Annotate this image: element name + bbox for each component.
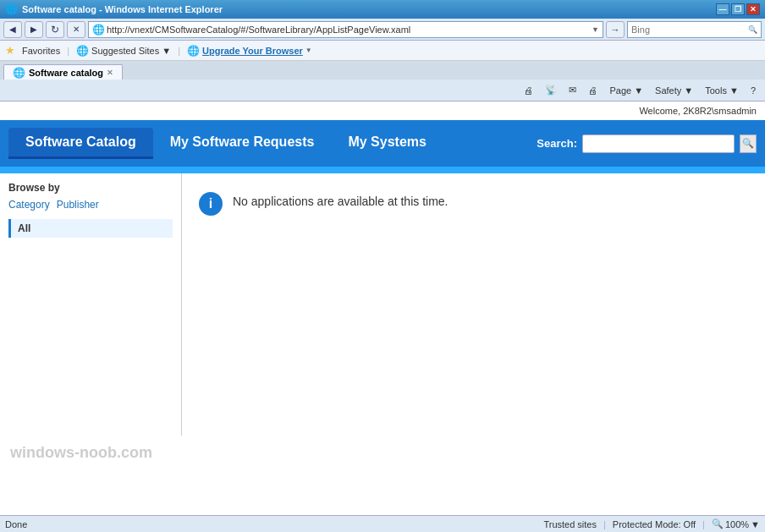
rss-button[interactable]: 📡 [541, 82, 561, 99]
sidebar-all-label: All [18, 222, 30, 234]
restore-button[interactable]: ❐ [731, 3, 745, 15]
upgrade-dropdown-arrow[interactable]: ▼ [305, 47, 312, 54]
tab-my-systems-label: My Systems [348, 134, 427, 149]
blue-divider [0, 167, 765, 173]
protected-mode-text: Protected Mode: Off [613, 519, 696, 529]
address-bar: ◀ ▶ ↻ ✕ 🌐 ▼ → 🔍 [0, 19, 765, 41]
title-bar: 🌐 Software catalog - Windows Internet Ex… [0, 0, 765, 19]
status-right: Trusted sites | Protected Mode: Off | 🔍 … [543, 518, 760, 529]
address-dropdown-arrow[interactable]: ▼ [592, 25, 599, 34]
page-icon: 🌐 [92, 24, 104, 36]
status-sep2: | [702, 519, 705, 529]
print-button[interactable]: 🖨 [520, 82, 537, 99]
trusted-sites-text: Trusted sites [543, 519, 597, 529]
stop-button[interactable]: ✕ [67, 21, 85, 38]
publisher-link[interactable]: Publisher [57, 199, 99, 211]
info-icon: i [199, 192, 223, 216]
watermark-text: windows-noob.com [10, 444, 152, 461]
tab-software-catalog[interactable]: Software Catalog [8, 128, 153, 159]
browser-tab[interactable]: 🌐 Software catalog ✕ [3, 64, 123, 80]
tab-bar: 🌐 Software catalog ✕ [0, 61, 765, 80]
sidebar-all-item[interactable]: All [8, 219, 173, 238]
favorites-star-icon: ★ [5, 44, 15, 57]
suggested-sites-item[interactable]: 🌐 Suggested Sites ▼ [76, 45, 171, 57]
page-button[interactable]: Page ▼ [605, 82, 647, 99]
ie-toolbar: 🖨 📡 ✉ 🖨 Page ▼ Safety ▼ Tools ▼ ? [0, 80, 765, 101]
tab-my-software-requests[interactable]: My Software Requests [153, 128, 332, 159]
title-bar-text: Software catalog - Windows Internet Expl… [22, 4, 223, 14]
minimize-button[interactable]: — [716, 3, 729, 15]
status-done: Done [5, 519, 27, 529]
browser-search-wrap: 🔍 [627, 21, 762, 38]
separator: | [67, 46, 69, 56]
search-input[interactable] [582, 134, 735, 153]
status-bar: Done Trusted sites | Protected Mode: Off… [0, 515, 765, 532]
refresh-button[interactable]: ↻ [46, 21, 64, 38]
watermark: windows-noob.com [0, 436, 765, 470]
read-mail-button[interactable]: ✉ [564, 82, 581, 99]
title-bar-controls: — ❐ ✕ [716, 3, 760, 15]
favorites-bar: ★ Favorites | 🌐 Suggested Sites ▼ | 🌐 Up… [0, 41, 765, 61]
category-link[interactable]: Category [8, 199, 50, 211]
separator2: | [178, 46, 180, 56]
status-sep1: | [603, 519, 606, 529]
sidebar: Browse by Category Publisher All [0, 173, 182, 436]
back-button[interactable]: ◀ [3, 21, 22, 38]
tab-close-icon[interactable]: ✕ [107, 69, 113, 77]
browser-search-go[interactable]: 🔍 [748, 25, 757, 34]
main-content: Browse by Category Publisher All i No ap… [0, 173, 765, 436]
print2-button[interactable]: 🖨 [584, 82, 602, 99]
tab-label: Software catalog [29, 68, 103, 78]
browse-links: Category Publisher [8, 199, 173, 211]
safety-button[interactable]: Safety ▼ [651, 82, 697, 99]
info-icon-text: i [209, 196, 212, 211]
tools-button[interactable]: Tools ▼ [701, 82, 743, 99]
content-area: i No applications are available at this … [182, 173, 765, 436]
welcome-text: Welcome, 2K8R2\smsadmin [639, 106, 757, 116]
address-input[interactable] [107, 25, 592, 35]
zoom-level: 100% [725, 519, 749, 529]
search-section: Search: 🔍 [537, 134, 757, 153]
upgrade-icon: 🌐 [187, 45, 200, 57]
zoom-dropdown-arrow[interactable]: ▼ [751, 519, 760, 529]
search-label: Search: [537, 137, 577, 150]
tab-ie-icon: 🌐 [13, 67, 25, 79]
favorites-item[interactable]: Favorites [22, 46, 60, 56]
tab-my-systems[interactable]: My Systems [331, 128, 443, 159]
tab-my-software-requests-label: My Software Requests [170, 134, 315, 149]
suggested-sites-label: Suggested Sites ▼ [91, 46, 171, 56]
welcome-bar: Welcome, 2K8R2\smsadmin [0, 101, 765, 120]
search-nav-button[interactable]: 🔍 [740, 134, 757, 153]
help-button[interactable]: ? [746, 82, 760, 99]
browse-by-label: Browse by [8, 182, 173, 194]
zoom-section[interactable]: 🔍 100% ▼ [712, 518, 760, 529]
zoom-icon: 🔍 [712, 518, 724, 529]
address-input-wrap: 🌐 ▼ [88, 21, 603, 38]
no-apps-message: No applications are available at this ti… [233, 195, 448, 208]
close-button[interactable]: ✕ [746, 3, 760, 15]
title-bar-icon: 🌐 [5, 3, 18, 15]
forward-button[interactable]: ▶ [25, 21, 43, 38]
nav-tabs: Software Catalog My Software Requests My… [8, 128, 443, 159]
go-button[interactable]: → [606, 21, 625, 38]
suggested-sites-icon: 🌐 [76, 45, 89, 57]
app-nav: Software Catalog My Software Requests My… [0, 120, 765, 167]
upgrade-browser-item[interactable]: 🌐 Upgrade Your Browser ▼ [187, 45, 312, 57]
tab-software-catalog-label: Software Catalog [25, 134, 136, 149]
browser-search-input[interactable] [631, 25, 748, 35]
upgrade-browser-label[interactable]: Upgrade Your Browser [202, 46, 303, 56]
